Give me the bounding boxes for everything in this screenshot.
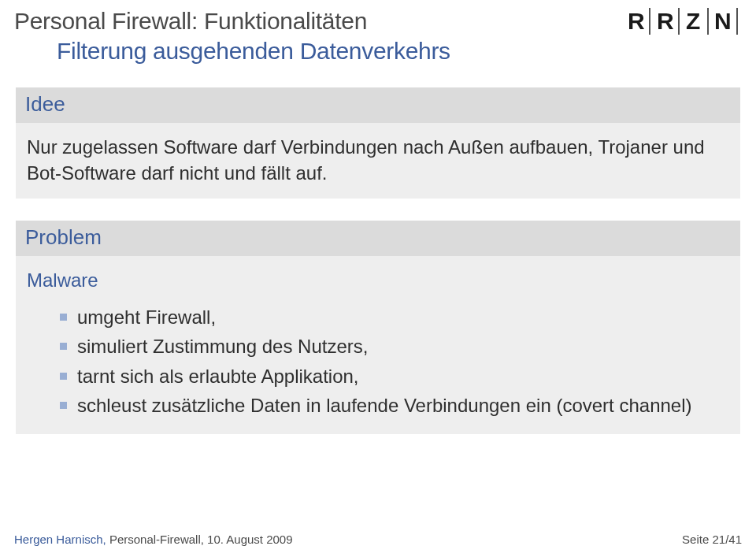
footer-meta: Personal-Firewall, 10. August 2009	[109, 533, 293, 546]
slide-content: Idee Nur zugelassen Software darf Verbin…	[14, 87, 742, 434]
problem-list: umgeht Firewall, simuliert Zustimmung de…	[27, 304, 729, 418]
footer-left: Hergen Harnisch, Personal-Firewall, 10. …	[14, 533, 293, 546]
list-item: schleust zusätzliche Daten in laufende V…	[60, 392, 729, 418]
slide-subtitle: Filterung ausgehenden Datenverkehrs	[57, 36, 625, 66]
list-item: tarnt sich als erlaubte Applikation,	[60, 363, 729, 389]
rrzn-logo: R R Z N	[625, 6, 742, 35]
slide-header: Personal Firewall: Funktionalitäten Filt…	[14, 6, 742, 65]
list-item: umgeht Firewall,	[60, 304, 729, 330]
slide-footer: Hergen Harnisch, Personal-Firewall, 10. …	[14, 533, 742, 546]
logo-letter: R	[657, 8, 674, 34]
slide: Personal Firewall: Funktionalitäten Filt…	[0, 0, 756, 557]
title-block: Personal Firewall: Funktionalitäten Filt…	[14, 6, 625, 65]
list-item: simuliert Zustimmung des Nutzers,	[60, 333, 729, 359]
section-heading-idee: Idee	[16, 87, 740, 123]
logo-letter: N	[714, 8, 732, 34]
section-body-idee: Nur zugelassen Software darf Verbindunge…	[16, 123, 740, 199]
section-body-problem: Malware umgeht Firewall, simuliert Zusti…	[16, 256, 740, 434]
footer-author: Hergen Harnisch,	[14, 533, 109, 546]
slide-title: Personal Firewall: Funktionalitäten	[14, 6, 625, 36]
problem-lead: Malware	[27, 267, 729, 293]
logo-letter: Z	[686, 8, 700, 34]
footer-page: Seite 21/41	[682, 533, 742, 546]
section-heading-problem: Problem	[16, 221, 740, 256]
logo-letter: R	[628, 8, 645, 34]
